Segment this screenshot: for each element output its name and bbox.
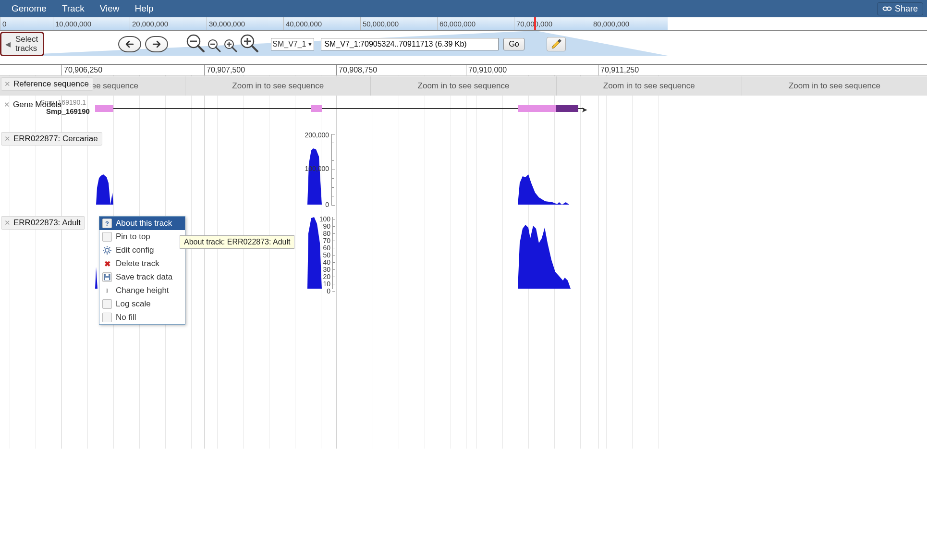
overview-tick: 60,000,000 [437,17,476,30]
overview-tick: 70,000,000 [514,17,552,30]
scale-tick-label: 40 [323,258,330,266]
ruler-tick: 70,908,750 [336,65,377,75]
menu-track[interactable]: Track [54,3,92,14]
save-icon [102,272,112,282]
context-menu-item[interactable]: Edit config [99,243,185,257]
context-menu-item[interactable]: ✖Delete track [99,257,185,270]
gene-intron-line[interactable] [95,108,584,109]
scale-tick-label: 30 [323,266,330,273]
chromosome-select[interactable]: SM_V7_1 ▼ [271,38,314,50]
scale-tick-label: 50 [323,251,330,259]
zoom-message: Zoom in to see sequence [742,76,927,96]
close-track-icon[interactable]: ✕ [3,219,12,227]
overview-tick: 40,000,000 [283,17,322,30]
context-menu-label: No fill [116,313,136,322]
context-menu-item[interactable]: Save track data [99,270,185,284]
checkbox-icon [102,232,112,242]
zoom-in-large-icon [239,33,259,53]
share-button[interactable]: Share [877,2,923,15]
zoom-in-small-icon [223,38,238,53]
exon[interactable] [95,105,113,112]
context-menu-item[interactable]: Pin to top [99,230,185,243]
svg-line-23 [109,252,110,253]
context-menu-item[interactable]: Log scale [99,297,185,311]
menu-genome[interactable]: Genome [4,3,54,14]
track-label-reference-sequence[interactable]: ✕ Reference sequence [1,77,93,91]
menu-view[interactable]: View [92,3,127,14]
close-track-icon[interactable]: ✕ [3,100,11,109]
zoom-out-small-button[interactable] [207,38,222,55]
zoom-message: Zoom in to see sequence [556,76,742,96]
checkbox-icon [102,299,112,309]
overview-position-marker [534,17,536,30]
adult-scale-ticks [332,217,336,289]
go-button[interactable]: Go [503,38,524,50]
zoom-in-big-button[interactable] [239,33,259,55]
zoom-out-big-button[interactable] [185,33,206,55]
scale-tick-label: 10 [323,280,330,288]
scale-tick-label: 100 [319,215,330,223]
track-cercariae: ✕ ERR022877: Cercariae 200,000 100,000 0 [0,130,927,214]
scale-tick-label: 60 [323,244,330,252]
ruler-tick: 70,907,500 [204,65,245,75]
cercariae-scale-ticks [331,134,336,205]
dropdown-caret-icon: ▼ [307,41,313,48]
gear-icon [102,245,112,255]
overview-tick: 50,000,000 [360,17,399,30]
zoom-out-large-icon [185,33,206,53]
close-track-icon[interactable]: ✕ [3,134,12,143]
link-icon [882,6,892,12]
context-menu-item[interactable]: IChange height [99,284,185,297]
select-tracks-label: Select tracks [15,35,38,53]
track-label-gene-models[interactable]: ✕ Gene Models [1,98,65,111]
checkbox-icon [102,313,112,322]
track-gene-models: ✕ Gene Models Smp_169190.1 Smp_169190 ➤ [0,97,927,130]
track-label-text: ERR022873: Adult [13,218,81,228]
context-menu-label: Pin to top [116,232,150,242]
svg-line-16 [252,46,257,51]
exon[interactable] [556,105,578,112]
position-ruler[interactable]: 70,906,25070,907,50070,908,75070,910,000… [0,65,927,75]
scale-tick-label: 70 [323,237,330,244]
svg-line-12 [232,47,236,51]
exon[interactable] [518,105,556,112]
track-label-adult[interactable]: ✕ ERR022873: Adult [1,216,85,230]
help-icon: ? [102,219,112,228]
close-track-icon[interactable]: ✕ [3,80,12,88]
pan-right-button[interactable] [145,36,168,52]
track-label-text: Gene Models [13,100,61,110]
scale-tick-label: 0 [327,287,330,295]
overview-tick: 0 [0,17,6,30]
track-label-cercariae[interactable]: ✕ ERR022877: Cercariae [1,132,102,146]
select-tracks-button[interactable]: ◂ Select tracks [0,32,44,56]
context-menu-label: Log scale [116,299,151,309]
svg-rect-28 [106,274,109,276]
track-context-menu[interactable]: ?About this trackPin to topEdit config✖D… [99,216,185,325]
track-reference-sequence: Zoom in to see sequenceZoom in to see se… [0,75,927,97]
highlight-button[interactable] [547,37,566,51]
scale-tick-label: 20 [323,273,330,280]
overview-visible-region [0,17,668,30]
zoom-in-small-button[interactable] [223,38,238,55]
pan-left-button[interactable] [118,36,141,52]
tooltip: About track: ERR022873: Adult [180,235,294,249]
overview-ruler[interactable]: 010,000,00020,000,00030,000,00040,000,00… [0,17,927,31]
location-input[interactable] [321,38,499,50]
arrow-left-icon [122,39,137,49]
svg-line-8 [216,47,220,51]
context-menu-label: About this track [116,219,172,228]
chromosome-value: SM_V7_1 [272,40,306,49]
resize-height-icon: I [102,286,112,295]
exon[interactable] [311,105,322,112]
adult-scale: 1009080706050403020100 [312,215,330,292]
context-menu-item[interactable]: ?About this track [99,217,185,230]
context-menu-item[interactable]: No fill [99,311,185,324]
svg-line-22 [104,247,105,248]
gene-direction-arrow-icon: ➤ [581,105,587,114]
track-label-text: Reference sequence [13,79,89,89]
zoom-message: Zoom in to see sequence [185,76,370,96]
menu-help[interactable]: Help [127,3,161,14]
context-menu-label: Delete track [116,259,159,268]
ruler-tick: 70,910,000 [466,65,507,75]
context-menu-label: Change height [116,286,169,295]
